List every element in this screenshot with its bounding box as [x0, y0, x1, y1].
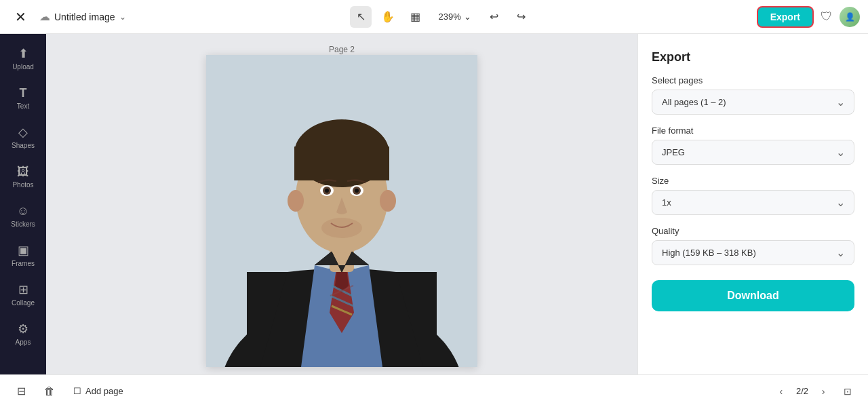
avatar[interactable]: 👤: [840, 7, 860, 27]
svg-point-11: [288, 190, 304, 212]
sidebar-item-shapes-label: Shapes: [12, 142, 35, 149]
file-format-field: File format JPEG PNG PDF SVG GIF: [652, 125, 854, 165]
bottombar: ⊟ 🗑 ☐ Add page ‹ 2/2 › ⊡: [0, 374, 868, 407]
photos-icon: 🖼: [17, 165, 29, 179]
sidebar-item-shapes[interactable]: ◇ Shapes: [3, 118, 43, 156]
toolbar-center: ↖ ✋ ▦ 239% ⌄ ↩ ↪: [133, 6, 750, 28]
title-area[interactable]: ☁ Untitled image ⌄: [39, 10, 126, 23]
sidebar-item-text-label: Text: [17, 102, 29, 110]
upload-icon: ⬆: [18, 46, 28, 61]
app-logo[interactable]: ✕: [8, 5, 33, 29]
sidebar-item-frames[interactable]: ▣ Frames: [3, 236, 43, 274]
size-field: Size 1x 2x 3x: [652, 176, 854, 215]
sidebar-item-stickers-label: Stickers: [11, 220, 35, 228]
fit-screen-button[interactable]: ⊡: [838, 382, 857, 401]
delete-page-button[interactable]: 🗑: [39, 381, 60, 402]
sidebar-item-upload-label: Upload: [12, 63, 34, 71]
sidebar-item-frames-label: Frames: [12, 260, 35, 267]
select-pages-field: Select pages All pages (1 – 2) Page 1 Pa…: [652, 75, 854, 115]
prev-page-button[interactable]: ‹: [772, 382, 791, 401]
panel-title: Export: [652, 50, 854, 64]
svg-point-17: [325, 189, 329, 193]
select-tool-button[interactable]: ↖: [350, 6, 372, 28]
topbar: ✕ ☁ Untitled image ⌄ ↖ ✋ ▦ 239% ⌄ ↩ ↪ Ex…: [0, 0, 868, 34]
file-format-wrapper: JPEG PNG PDF SVG GIF: [652, 140, 854, 165]
page-indicator: 2/2: [796, 386, 808, 396]
collage-icon: ⊞: [18, 282, 28, 297]
file-format-select[interactable]: JPEG PNG PDF SVG GIF: [652, 140, 854, 165]
add-page-label: Add page: [85, 386, 123, 396]
hand-tool-button[interactable]: ✋: [377, 6, 399, 28]
next-page-button[interactable]: ›: [814, 382, 833, 401]
svg-point-18: [355, 189, 359, 193]
zoom-level: 239%: [438, 12, 460, 22]
add-page-icon: ☐: [73, 386, 81, 396]
sidebar-item-stickers[interactable]: ☺ Stickers: [3, 197, 43, 235]
sidebar-item-photos[interactable]: 🖼 Photos: [3, 157, 43, 195]
sidebar-item-collage-label: Collage: [12, 299, 35, 307]
canvas-area[interactable]: Page 2: [46, 34, 637, 374]
export-button[interactable]: Export: [757, 6, 814, 28]
sidebar-item-collage[interactable]: ⊞ Collage: [3, 275, 43, 313]
export-panel: Export Select pages All pages (1 – 2) Pa…: [637, 34, 868, 374]
svg-point-12: [380, 190, 396, 212]
select-pages-label: Select pages: [652, 75, 854, 85]
text-icon: T: [20, 86, 27, 100]
document-title: Untitled image: [54, 12, 115, 22]
redo-button[interactable]: ↪: [511, 6, 532, 28]
svg-point-19: [321, 218, 362, 238]
zoom-chevron-icon: ⌄: [464, 12, 471, 22]
bottombar-right: ‹ 2/2 › ⊡: [772, 382, 857, 401]
select-pages-select[interactable]: All pages (1 – 2) Page 1 Page 2: [652, 90, 854, 115]
size-select[interactable]: 1x 2x 3x: [652, 190, 854, 215]
total-pages: 2: [804, 386, 808, 396]
size-wrapper: 1x 2x 3x: [652, 190, 854, 215]
canvas-page: [206, 55, 477, 367]
sidebar: ⬆ Upload T Text ◇ Shapes 🖼 Photos ☺ Stic…: [0, 34, 46, 374]
avatar-image: 👤: [845, 12, 855, 22]
download-button[interactable]: Download: [652, 280, 854, 311]
layout-tool-button[interactable]: ▦: [404, 6, 426, 28]
apps-icon: ⚙: [18, 322, 28, 336]
select-pages-wrapper: All pages (1 – 2) Page 1 Page 2: [652, 90, 854, 115]
add-page-button[interactable]: ☐ Add page: [68, 383, 129, 399]
sidebar-item-photos-label: Photos: [12, 181, 33, 189]
title-chevron-icon: ⌄: [119, 12, 126, 22]
undo-button[interactable]: ↩: [484, 6, 505, 28]
sidebar-item-apps-label: Apps: [16, 338, 31, 346]
quality-select[interactable]: High (159 KB – 318 KB) Medium Low: [652, 240, 854, 265]
canvas-image: [206, 55, 477, 367]
topbar-right: Export 🛡 👤: [757, 6, 860, 28]
sidebar-item-apps[interactable]: ⚙ Apps: [3, 315, 43, 353]
quality-field: Quality High (159 KB – 318 KB) Medium Lo…: [652, 226, 854, 265]
thumbnail-view-button[interactable]: ⊟: [11, 381, 31, 402]
page-label: Page 2: [329, 45, 355, 54]
size-label: Size: [652, 176, 854, 186]
quality-wrapper: High (159 KB – 318 KB) Medium Low: [652, 240, 854, 265]
main-area: ⬆ Upload T Text ◇ Shapes 🖼 Photos ☺ Stic…: [0, 34, 868, 374]
quality-label: Quality: [652, 226, 854, 236]
shapes-icon: ◇: [18, 125, 28, 140]
stickers-icon: ☺: [17, 204, 29, 218]
file-format-label: File format: [652, 125, 854, 136]
frames-icon: ▣: [18, 243, 29, 258]
sidebar-item-text[interactable]: T Text: [3, 79, 43, 117]
cloud-icon: ☁: [39, 10, 50, 23]
shield-icon[interactable]: 🛡: [821, 9, 833, 24]
sidebar-item-upload[interactable]: ⬆ Upload: [3, 39, 43, 77]
svg-rect-10: [294, 147, 389, 180]
zoom-button[interactable]: 239% ⌄: [431, 9, 477, 24]
